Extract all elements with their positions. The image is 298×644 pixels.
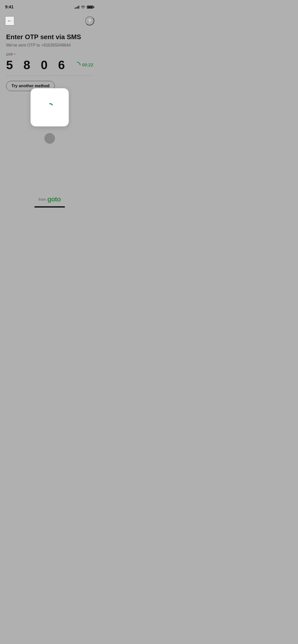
branding: from goto — [39, 195, 61, 203]
main-content: Enter OTP sent via SMS We've sent OTP to… — [0, 28, 99, 91]
home-indicator — [34, 206, 65, 208]
back-button[interactable]: ← — [5, 16, 14, 25]
status-icons — [75, 6, 94, 9]
required-star: * — [14, 53, 15, 56]
timer-spinner-icon — [74, 62, 81, 69]
status-time: 9:41 — [5, 5, 13, 10]
status-bar: 9:41 — [0, 0, 99, 13]
help-button[interactable]: ? — [85, 16, 94, 25]
wifi-icon — [81, 6, 85, 9]
timer-display: 00:22 — [82, 63, 93, 68]
timer-container: 00:22 — [74, 62, 93, 69]
page-subtitle: We've sent OTP to +916355048844 — [6, 43, 93, 48]
back-arrow-icon: ← — [7, 18, 12, 24]
goto-logo: goto — [47, 195, 61, 203]
help-icon: ? — [88, 19, 91, 23]
circle-button[interactable] — [44, 133, 55, 144]
otp-value: 5 8 0 6 — [6, 58, 69, 72]
otp-row: 5 8 0 6 00:22 — [6, 58, 93, 72]
otp-label: OTP * — [6, 53, 93, 56]
from-text: from — [39, 197, 46, 201]
page-title: Enter OTP sent via SMS — [6, 33, 93, 41]
signal-icon — [75, 6, 79, 9]
loading-overlay — [31, 88, 69, 126]
loading-spinner-icon — [45, 103, 54, 112]
battery-icon — [87, 6, 94, 9]
divider — [6, 76, 93, 76]
footer: from goto — [0, 195, 99, 208]
nav-bar: ← ? — [0, 14, 99, 28]
